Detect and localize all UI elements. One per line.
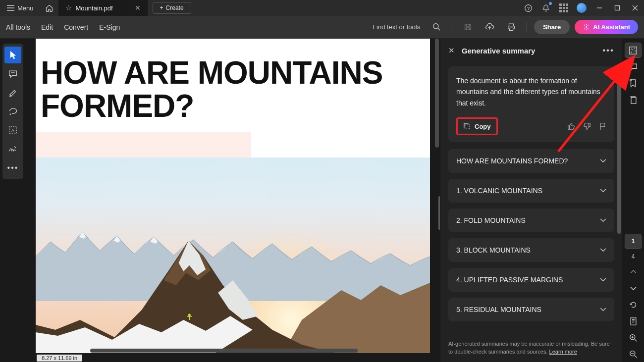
learn-more-link[interactable]: Learn more [549, 349, 577, 355]
thumbs-up-button[interactable] [567, 122, 575, 130]
close-icon [632, 5, 638, 11]
window-maximize-button[interactable] [608, 0, 626, 16]
find-label: Find text or tools [373, 23, 420, 31]
apps-button[interactable] [555, 0, 573, 16]
minimize-icon [596, 5, 602, 11]
maximize-icon [614, 5, 620, 11]
edit-menu[interactable]: Edit [41, 23, 53, 31]
menu-label: Menu [17, 4, 34, 12]
create-button[interactable]: + Create [153, 2, 191, 14]
pages-icon [629, 96, 638, 104]
svg-rect-11 [631, 97, 636, 103]
select-tool[interactable] [4, 47, 21, 63]
section-title: HOW ARE MOUNTAINS FORMED? [456, 157, 568, 165]
summary-section-0[interactable]: HOW ARE MOUNTAINS FORMED? [448, 149, 614, 173]
zoom-in-button[interactable] [625, 330, 642, 345]
search-button[interactable] [428, 19, 445, 36]
total-pages: 4 [632, 250, 635, 263]
ai-panel-icon [629, 46, 638, 55]
close-panel-button[interactable]: ✕ [448, 46, 455, 55]
lasso-icon [8, 107, 18, 115]
thumbnails-panel-toggle[interactable] [625, 92, 642, 107]
panel-menu-button[interactable]: ••• [602, 46, 614, 55]
generative-summary-toggle[interactable] [625, 43, 642, 58]
help-button[interactable]: ? [519, 0, 537, 16]
zoom-out-button[interactable] [625, 347, 642, 362]
prev-page-button[interactable] [625, 264, 642, 279]
svg-text:?: ? [527, 5, 529, 10]
zoom-in-icon [629, 334, 638, 342]
ai-assistant-button[interactable]: AI Assistant [575, 20, 638, 34]
window-minimize-button[interactable] [590, 0, 608, 16]
panel-scrollbar[interactable] [617, 65, 621, 234]
next-page-button[interactable] [625, 280, 642, 296]
comment-tool[interactable] [4, 65, 21, 82]
svg-rect-9 [630, 47, 637, 54]
hero-image [36, 157, 430, 353]
esign-menu[interactable]: E-Sign [99, 23, 120, 31]
flag-icon [599, 122, 606, 130]
bookmarks-panel-toggle[interactable] [625, 76, 642, 91]
thumbs-down-icon [583, 122, 591, 130]
print-button[interactable] [503, 19, 520, 36]
draw-tool[interactable] [4, 103, 21, 120]
summary-section-5[interactable]: 5. RESIDUAL MOUNTAINS [448, 298, 614, 321]
thumbs-down-button[interactable] [583, 122, 591, 130]
svg-rect-12 [631, 318, 636, 325]
bookmark-icon [629, 79, 637, 88]
zoom-out-icon [629, 350, 638, 359]
flag-button[interactable] [599, 122, 606, 130]
save-button[interactable] [459, 19, 476, 36]
pdf-page[interactable]: HOW ARE MOUNTAINS FORMED? [36, 39, 430, 353]
right-nav-rail: 1 4 [622, 39, 644, 362]
document-tab[interactable]: ☆ Mountain.pdf ✕ [58, 0, 148, 16]
doc-horizontal-scrollbar[interactable] [90, 348, 433, 353]
hamburger-icon [7, 5, 14, 11]
notifications-button[interactable] [537, 0, 555, 16]
sign-tool[interactable] [4, 141, 21, 157]
chevron-down-icon [600, 278, 606, 282]
chevron-up-icon [630, 269, 637, 274]
window-close-button[interactable] [626, 0, 644, 16]
summary-section-4[interactable]: 4. UPLIFTED PASSIVE MARGINS [448, 268, 614, 292]
more-tools[interactable]: ••• [4, 159, 21, 176]
copy-icon [463, 122, 471, 130]
text-tool[interactable]: A [4, 122, 21, 139]
favorite-star-icon[interactable]: ☆ [65, 3, 72, 12]
summary-section-3[interactable]: 3. BLOCK MOUNTAINS [448, 238, 614, 262]
search-icon [432, 23, 441, 31]
summary-section-2[interactable]: 2. FOLD MOUNTAINS [448, 208, 614, 232]
cloud-upload-button[interactable] [481, 19, 498, 36]
summary-text: The document is about the formation of m… [456, 75, 606, 108]
rotate-icon [629, 301, 638, 309]
left-tool-rail: A ••• [0, 39, 26, 362]
section-title: 4. UPLIFTED PASSIVE MARGINS [456, 276, 563, 284]
generative-summary-panel: ✕ Generative summary ••• The document is… [440, 39, 622, 362]
rotate-view-button[interactable] [625, 297, 642, 312]
svg-point-7 [188, 314, 191, 316]
tab-close-icon[interactable]: ✕ [135, 4, 141, 12]
chevron-down-icon [600, 308, 606, 311]
apps-grid-icon [559, 3, 568, 12]
share-button[interactable]: Share [534, 20, 570, 34]
thumbs-up-icon [567, 122, 575, 130]
copy-summary-button[interactable]: Copy [456, 117, 498, 135]
summary-section-1[interactable]: 1. VOLCANIC MOUNTAINS [448, 179, 614, 203]
cloud-upload-icon [485, 23, 494, 31]
convert-menu[interactable]: Convert [64, 23, 88, 31]
summary-card: The document is about the formation of m… [448, 66, 614, 142]
current-page-input[interactable]: 1 [625, 234, 642, 249]
globe-avatar-icon [577, 3, 587, 13]
panel-resize-handle[interactable] [438, 196, 440, 230]
comments-panel-toggle[interactable] [625, 59, 642, 74]
panel-title: Generative summary [462, 47, 535, 55]
profile-button[interactable] [573, 0, 590, 16]
section-title: 2. FOLD MOUNTAINS [456, 216, 526, 224]
highlight-tool[interactable] [4, 84, 21, 101]
chevron-down-icon [600, 248, 606, 252]
speech-bubble-icon [629, 63, 638, 71]
menu-button[interactable]: Menu [0, 0, 41, 16]
page-display-button[interactable] [625, 313, 642, 329]
all-tools-menu[interactable]: All tools [6, 23, 30, 31]
home-button[interactable] [41, 0, 58, 16]
